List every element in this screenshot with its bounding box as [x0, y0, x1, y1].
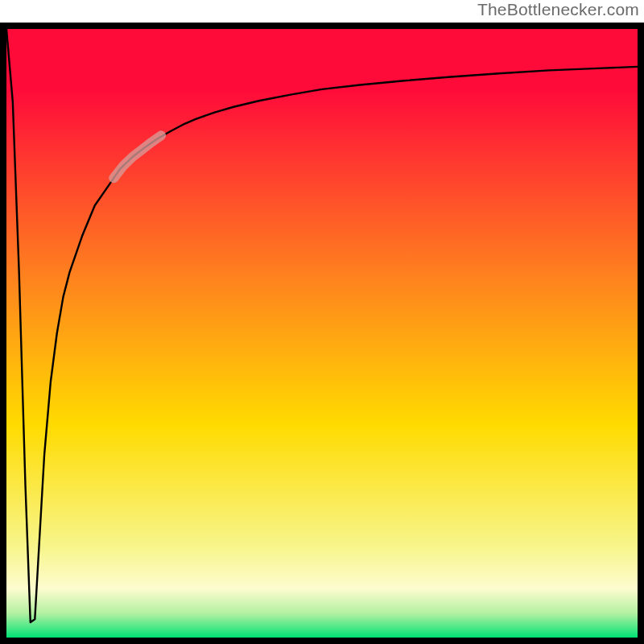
bottleneck-chart — [0, 23, 644, 644]
chart-svg — [0, 23, 644, 644]
plot-background — [6, 29, 638, 638]
attribution-text: TheBottlenecker.com — [477, 0, 639, 19]
page-root: TheBottlenecker.com — [0, 0, 644, 644]
